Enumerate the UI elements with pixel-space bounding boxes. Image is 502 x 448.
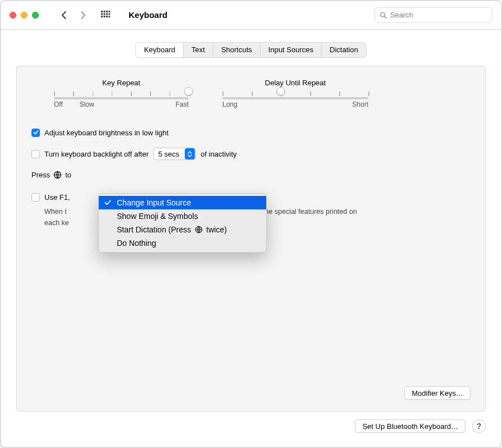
press-globe-menu[interactable]: Change Input Source Show Emoji & Symbols… — [98, 193, 267, 253]
tab-text[interactable]: Text — [184, 43, 213, 57]
svg-rect-4 — [101, 13, 103, 15]
key-repeat-off-label: Off — [54, 100, 63, 108]
svg-rect-1 — [104, 11, 106, 12]
adjust-brightness-checkbox[interactable] — [31, 129, 40, 137]
close-button[interactable] — [10, 12, 16, 19]
search-field[interactable] — [375, 7, 492, 23]
standard-fn-help-line2: each ke — [44, 219, 69, 227]
press-globe-suffix: to — [65, 171, 71, 179]
svg-rect-5 — [104, 13, 106, 15]
modifier-keys-button[interactable]: Modifier Keys… — [404, 386, 471, 400]
tab-dictation[interactable]: Dictation — [322, 43, 366, 57]
popup-arrows-icon — [185, 148, 195, 159]
menu-item-start-dictation[interactable]: Start Dictation (Press twice) — [99, 223, 266, 236]
press-globe-prefix: Press — [31, 171, 50, 179]
window-title: Keyboard — [129, 10, 167, 20]
backlight-off-prefix: Turn keyboard backlight off after — [44, 150, 149, 158]
key-repeat-slider-block: Key Repeat Off Slow Fast — [54, 79, 189, 109]
adjust-brightness-label: Adjust keyboard brightness in low light — [44, 129, 168, 137]
tab-shortcuts[interactable]: Shortcuts — [213, 43, 261, 57]
svg-rect-7 — [109, 13, 111, 15]
nav-buttons — [54, 7, 115, 23]
svg-rect-8 — [101, 16, 103, 17]
delay-title: Delay Until Repeat — [265, 79, 326, 87]
svg-point-12 — [381, 12, 385, 17]
window-controls — [10, 12, 39, 19]
backlight-off-row: Turn keyboard backlight off after 5 secs… — [31, 146, 471, 162]
footer-row: Set Up Bluetooth Keyboard… ? — [16, 419, 486, 433]
back-button[interactable] — [54, 7, 74, 23]
menu-item-change-input-source[interactable]: Change Input Source — [99, 196, 266, 209]
delay-until-repeat-slider-block: Delay Until Repeat Long Short — [222, 79, 368, 109]
svg-point-14 — [195, 226, 202, 232]
svg-point-13 — [54, 172, 61, 179]
delay-knob[interactable] — [277, 87, 285, 95]
key-repeat-knob[interactable] — [185, 87, 193, 95]
backlight-off-checkbox[interactable] — [31, 150, 40, 158]
backlight-off-suffix: of inactivity — [200, 150, 236, 158]
adjust-brightness-row: Adjust keyboard brightness in low light — [31, 125, 471, 140]
svg-rect-3 — [109, 11, 111, 12]
svg-rect-10 — [106, 16, 108, 17]
delay-long-label: Long — [222, 100, 238, 108]
help-button[interactable]: ? — [472, 419, 486, 433]
menu-item-do-nothing[interactable]: Do Nothing — [99, 236, 266, 250]
search-input[interactable] — [390, 11, 487, 19]
keyboard-panel: Key Repeat Off Slow Fast Delay Until Rep… — [16, 66, 486, 412]
menu-item-label: Change Input Source — [117, 198, 191, 207]
search-icon — [380, 11, 387, 19]
zoom-button[interactable] — [32, 12, 39, 19]
tab-keyboard[interactable]: Keyboard — [136, 43, 184, 57]
menu-item-label: Show Emoji & Symbols — [117, 212, 198, 221]
backlight-duration-popup[interactable]: 5 secs — [153, 148, 197, 160]
preferences-window: Keyboard Keyboard Text Shortcuts Input S… — [0, 0, 502, 448]
svg-rect-2 — [106, 11, 108, 12]
key-repeat-slow-label: Slow — [80, 100, 94, 108]
show-all-button[interactable] — [96, 7, 115, 23]
key-repeat-slider[interactable] — [54, 90, 189, 99]
key-repeat-title: Key Repeat — [102, 79, 140, 87]
minimize-button[interactable] — [21, 12, 28, 19]
svg-rect-6 — [106, 13, 108, 15]
setup-bluetooth-keyboard-button[interactable]: Set Up Bluetooth Keyboard… — [355, 419, 466, 433]
backlight-duration-value: 5 secs — [158, 150, 180, 158]
tab-input-sources[interactable]: Input Sources — [261, 43, 322, 57]
standard-function-keys-label: Use F1, — [44, 193, 70, 202]
globe-icon — [53, 171, 62, 179]
menu-item-label-pre: Start Dictation (Press — [117, 225, 191, 234]
menu-item-label: Do Nothing — [117, 239, 156, 248]
svg-rect-11 — [109, 16, 111, 17]
forward-button[interactable] — [74, 7, 93, 23]
standard-fn-help-pre: When t — [44, 207, 67, 217]
delay-short-label: Short — [352, 100, 368, 108]
delay-until-repeat-slider[interactable] — [222, 90, 368, 99]
key-repeat-fast-label: Fast — [176, 100, 189, 108]
content-area: Keyboard Text Shortcuts Input Sources Di… — [1, 30, 501, 447]
standard-function-keys-checkbox[interactable] — [31, 193, 40, 202]
titlebar: Keyboard — [1, 1, 501, 30]
tabs: Keyboard Text Shortcuts Input Sources Di… — [135, 42, 366, 58]
svg-rect-9 — [104, 16, 106, 17]
globe-icon — [194, 226, 203, 234]
check-icon — [104, 199, 112, 206]
press-globe-row: Press to — [31, 171, 471, 179]
menu-item-label-post: twice) — [206, 225, 227, 234]
svg-rect-0 — [101, 11, 103, 12]
menu-item-show-emoji-symbols[interactable]: Show Emoji & Symbols — [99, 209, 266, 223]
